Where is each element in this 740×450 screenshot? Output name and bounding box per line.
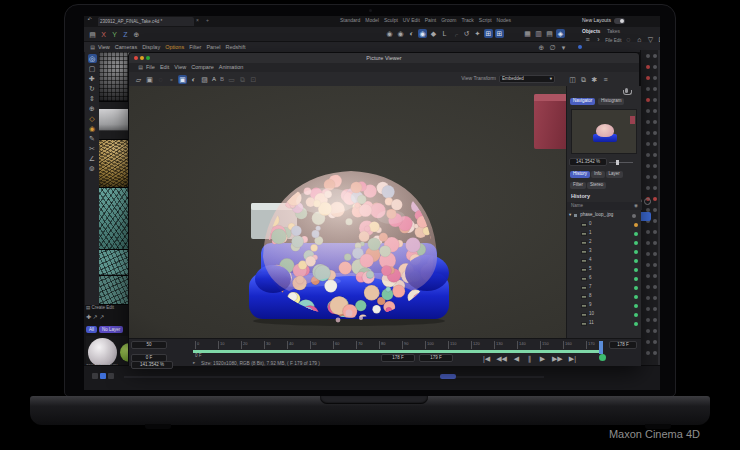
- visibility-dot-gray[interactable]: [646, 175, 650, 179]
- compare-a-button[interactable]: A: [212, 76, 216, 83]
- filter-icon[interactable]: ▽: [646, 35, 655, 44]
- frame-status-dot[interactable]: [634, 304, 638, 308]
- visibility-dot-gray[interactable]: [653, 263, 657, 267]
- disable-icon[interactable]: ∅: [548, 43, 557, 52]
- link-icon[interactable]: ↗: [93, 314, 98, 320]
- visibility-dot-gray[interactable]: [646, 351, 650, 355]
- file-status-dot[interactable]: [632, 214, 636, 218]
- panel-menu-icon[interactable]: ≡: [601, 75, 610, 84]
- workplane-icon[interactable]: ⌌: [451, 29, 460, 38]
- material-list-icon[interactable]: [100, 373, 106, 379]
- tab-objects[interactable]: Objects: [582, 28, 600, 34]
- disable-circle-icon[interactable]: [644, 198, 651, 205]
- contrast-icon[interactable]: ◐: [189, 75, 198, 84]
- layout-tab-uv-edit[interactable]: UV Edit: [403, 18, 420, 24]
- add-material-icon[interactable]: ✚: [86, 314, 91, 320]
- visibility-dot-gray[interactable]: [653, 109, 657, 113]
- expand-icon[interactable]: ⊡: [657, 35, 660, 44]
- hamburger-icon[interactable]: ≡: [583, 35, 592, 44]
- frame-status-dot[interactable]: [634, 268, 638, 272]
- frame-status-dot[interactable]: [634, 241, 638, 245]
- tab-history[interactable]: History: [570, 171, 590, 178]
- material-menu-icon[interactable]: ▤: [86, 305, 90, 310]
- split-view-icon[interactable]: ◫: [568, 75, 577, 84]
- viewport-menu-options[interactable]: Options: [165, 44, 184, 50]
- zoom-percentage-field[interactable]: 141.3542 %: [569, 158, 607, 166]
- visibility-dot-gray[interactable]: [646, 230, 650, 234]
- pv-menu-edit[interactable]: Edit: [160, 64, 169, 70]
- history-frame-row[interactable]: 4: [567, 256, 642, 265]
- tab-layer[interactable]: Layer: [606, 171, 623, 178]
- link2-icon[interactable]: ↗: [99, 314, 104, 320]
- render-canvas[interactable]: [129, 86, 641, 338]
- visibility-dot-gray[interactable]: [646, 131, 650, 135]
- visibility-dot-gray[interactable]: [653, 98, 657, 102]
- history-frame-row[interactable]: 8: [567, 292, 642, 301]
- axis-icon[interactable]: ⊕: [88, 104, 97, 113]
- history-frame-row[interactable]: 9: [567, 301, 642, 310]
- arrow-icon[interactable]: ›: [594, 35, 603, 44]
- frame-status-dot[interactable]: [634, 286, 638, 290]
- pv-menu-animation[interactable]: Animation: [219, 64, 243, 70]
- visibility-dot-gray[interactable]: [646, 329, 650, 333]
- compare-b-button[interactable]: B: [220, 76, 224, 83]
- history-frame-row[interactable]: 0: [567, 220, 642, 229]
- visibility-dot-gray[interactable]: [646, 186, 650, 190]
- viewport-menu-panel[interactable]: Panel: [206, 44, 220, 50]
- undo-icon[interactable]: ↶: [85, 16, 94, 23]
- knife-icon[interactable]: ✂: [88, 144, 97, 153]
- document-tab[interactable]: 230912_AP_FINAL_Take.c4d *: [98, 17, 194, 26]
- open-folder-icon[interactable]: ▱: [134, 75, 143, 84]
- visibility-dot-red[interactable]: [653, 197, 657, 201]
- tab-add-icon[interactable]: +: [206, 18, 209, 24]
- layout-tab-groom[interactable]: Groom: [441, 18, 456, 24]
- gear-icon[interactable]: ✱: [590, 75, 599, 84]
- visibility-dot-gray[interactable]: [646, 164, 650, 168]
- history-frame-row[interactable]: 11: [567, 319, 642, 328]
- measure-icon[interactable]: ∠: [88, 154, 97, 163]
- history-file-row[interactable]: ▾ phase_loop_.jpg: [569, 211, 640, 220]
- material-view-icon[interactable]: [92, 373, 98, 379]
- visibility-dot-gray[interactable]: [653, 241, 657, 245]
- end-frame-field[interactable]: 179 F: [419, 354, 453, 362]
- timeline-playhead[interactable]: [599, 341, 603, 354]
- viewport-toggle-dot[interactable]: [578, 45, 582, 49]
- tab-info[interactable]: Info: [591, 171, 605, 178]
- save-icon[interactable]: ▣: [145, 75, 154, 84]
- viewport-menu-cameras[interactable]: Cameras: [115, 44, 137, 50]
- visibility-dot-gray[interactable]: [646, 142, 650, 146]
- live-selection-icon[interactable]: ◎: [88, 54, 97, 63]
- coord-system-icon[interactable]: ⊕: [132, 30, 141, 39]
- move-icon[interactable]: ✚: [88, 74, 97, 83]
- visibility-dot-gray[interactable]: [646, 208, 650, 212]
- navigator-thumbnail[interactable]: [571, 109, 637, 154]
- visibility-dot-gray[interactable]: [653, 208, 657, 212]
- history-frame-row[interactable]: 5: [567, 265, 642, 274]
- om-scrollbar[interactable]: [658, 50, 660, 365]
- snap-icon[interactable]: ⊕: [537, 43, 546, 52]
- visibility-dot-gray[interactable]: [646, 285, 650, 289]
- fullscreen-icon[interactable]: ◌: [156, 75, 165, 84]
- timeline-ruler[interactable]: 0102030405060708090100110120130140150160…: [193, 341, 605, 350]
- visibility-dot-gray[interactable]: [646, 340, 650, 344]
- play-green-button[interactable]: [599, 354, 606, 361]
- visibility-dot-gray[interactable]: [653, 54, 657, 58]
- prev-key-icon[interactable]: ◀◀: [495, 354, 508, 363]
- frame-status-dot[interactable]: [634, 277, 638, 281]
- pv-menu-file[interactable]: File: [146, 64, 155, 70]
- render-view-icon[interactable]: ◉: [385, 29, 394, 38]
- zoom-fit-icon[interactable]: ▫: [167, 75, 176, 84]
- visibility-dot-gray[interactable]: [653, 340, 657, 344]
- visibility-dot-gray[interactable]: [653, 131, 657, 135]
- visibility-dot-gray[interactable]: [646, 120, 650, 124]
- frame-status-dot[interactable]: [634, 313, 638, 317]
- visibility-dot-gray[interactable]: [646, 153, 650, 157]
- visibility-dot-gray[interactable]: [653, 120, 657, 124]
- viewport-menu-view[interactable]: View: [98, 44, 110, 50]
- material-sphere-icon[interactable]: [108, 373, 114, 379]
- layout-tab-standard[interactable]: Standard: [340, 18, 360, 24]
- channel-icon[interactable]: ▨: [200, 75, 209, 84]
- axis-y-button[interactable]: Y: [110, 30, 119, 39]
- new-layouts-control[interactable]: New Layouts: [582, 18, 625, 24]
- redshift-renderview-icon[interactable]: ◉: [418, 29, 427, 38]
